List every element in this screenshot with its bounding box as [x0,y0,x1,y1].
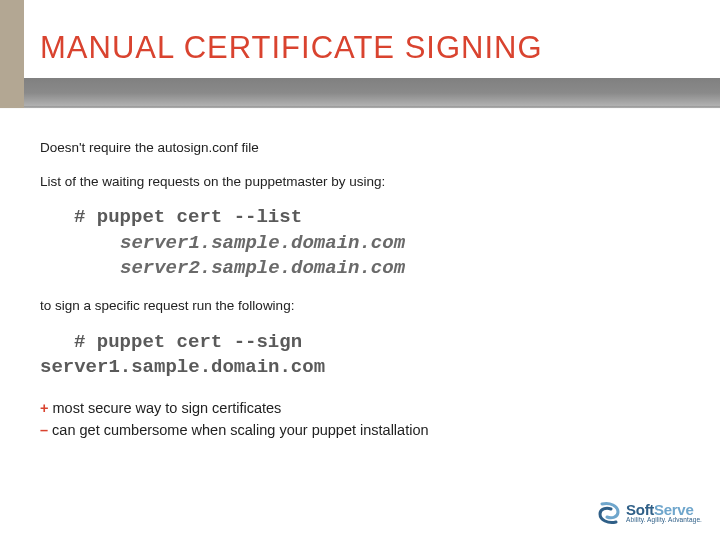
code-sign: # puppet cert --sign server1.sample.doma… [40,330,680,381]
logo-text: SoftServe Ability. Agility. Advantage. [626,502,702,524]
logo-name: SoftServe [626,502,702,517]
brand-logo: SoftServe Ability. Agility. Advantage. [596,500,702,526]
intro-line-1: Doesn't require the autosign.conf file [40,138,680,158]
intro-line-2: List of the waiting requests on the pupp… [40,172,680,192]
pro-line: + most secure way to sign certificates [40,397,680,419]
intro-line-3: to sign a specific request run the follo… [40,296,680,316]
code-list: # puppet cert --list server1.sample.doma… [74,205,680,282]
code-sign-cmd: # puppet cert --sign [74,330,680,356]
pros-cons: + most secure way to sign certificates –… [40,397,680,442]
code-list-output-1: server1.sample.domain.com [120,231,680,257]
code-list-cmd: # puppet cert --list [74,206,302,228]
con-text: can get cumbersome when scaling your pup… [48,422,428,438]
code-list-output-2: server2.sample.domain.com [120,256,680,282]
slide-content: Doesn't require the autosign.conf file L… [40,138,680,442]
con-line: – can get cumbersome when scaling your p… [40,419,680,441]
page-title: MANUAL CERTIFICATE SIGNING [40,30,543,66]
logo-mark-icon [596,500,622,526]
minus-icon: – [40,422,48,438]
pro-text: most secure way to sign certificates [48,400,281,416]
logo-tagline: Ability. Agility. Advantage. [626,517,702,524]
accent-stripe [0,0,24,108]
code-sign-arg: server1.sample.domain.com [40,356,325,378]
title-band [0,78,720,108]
